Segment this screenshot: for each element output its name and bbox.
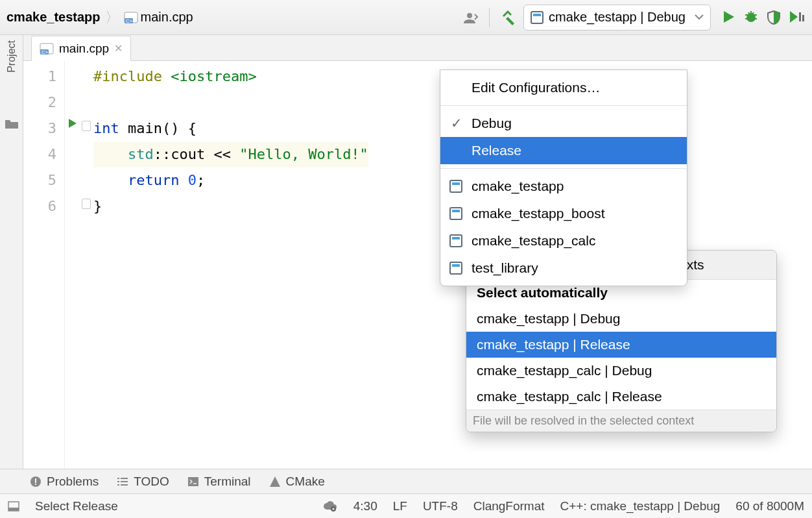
line-number: 5 [23,167,56,193]
svg-point-5 [746,13,756,22]
project-tool-button[interactable]: Project [6,40,18,73]
editor-tab[interactable]: C++ main.cpp ✕ [31,36,131,61]
build-hammer-icon[interactable] [497,6,519,29]
run-config-dropdown: Edit Configurations… ✓DebugRelease cmake… [440,69,687,286]
line-number: 6 [23,193,56,219]
tool-window-toggle-icon[interactable] [8,501,19,512]
cloud-settings-icon[interactable] [322,500,338,512]
svg-rect-3 [531,12,543,23]
svg-rect-4 [533,14,541,16]
resolve-context-item[interactable]: cmake_testapp | Release [466,332,776,358]
code-line[interactable]: #include <iostream> [93,64,368,90]
run-icon[interactable] [721,10,735,25]
left-tool-strip: Project [0,35,23,469]
resolve-context-item[interactable]: cmake_testapp | Debug [466,306,776,332]
editor-tabbar: C++ main.cpp ✕ [23,35,812,61]
gutter-markers [65,61,93,469]
application-icon [449,262,462,275]
svg-rect-22 [8,508,19,511]
chevron-right-icon: 〉 [103,8,121,27]
breadcrumb[interactable]: cmake_testapp 〉 C++ main.cpp [6,8,193,27]
svg-rect-15 [450,262,462,274]
status-linesep[interactable]: LF [393,499,407,513]
status-formatter[interactable]: ClangFormat [473,499,545,513]
status-hint: Select Release [35,499,118,513]
toolwindow-cmake[interactable]: CMake [269,475,325,489]
svg-rect-10 [452,182,460,185]
terminal-icon [187,476,199,487]
fold-end-icon[interactable] [82,199,91,209]
svg-rect-9 [450,180,462,192]
svg-text:C++: C++ [126,18,136,24]
application-icon [531,11,543,24]
toolwindow-terminal[interactable]: Terminal [187,475,251,489]
folder-icon [5,118,19,130]
breadcrumb-project[interactable]: cmake_testapp [6,10,101,25]
cmake-icon [269,476,281,487]
svg-rect-16 [452,264,460,267]
line-number: 4 [23,142,56,167]
line-number: 1 [23,64,56,90]
resolve-context-item[interactable]: cmake_testapp_calc | Debug [466,358,776,384]
resolve-popup-footer: File will be resolved in the selected co… [466,410,776,432]
edit-configurations-item[interactable]: Edit Configurations… [440,74,687,101]
code-line[interactable]: int main() { [93,116,368,142]
svg-rect-18 [35,478,36,483]
toolwindow-todo[interactable]: TODO [117,475,169,489]
close-tab-icon[interactable]: ✕ [114,42,123,55]
toolwindow-problems[interactable]: Problems [30,475,99,489]
main-toolbar: cmake_testapp 〉 C++ main.cpp cmake_testa… [0,0,812,35]
run-config-selector[interactable]: cmake_testapp | Debug [523,5,711,31]
svg-rect-19 [35,484,36,485]
code-content[interactable]: #include <iostream>int main() { std::cou… [93,61,368,469]
application-icon [449,234,462,247]
line-number: 2 [23,90,56,116]
svg-rect-20 [188,477,198,486]
status-memory[interactable]: 60 of 8000M [735,499,804,513]
breadcrumb-file[interactable]: main.cpp [141,10,193,25]
profile-item-debug[interactable]: ✓Debug [440,110,687,137]
profile-item-release[interactable]: Release [440,137,687,164]
svg-rect-14 [452,237,460,240]
application-icon [449,180,462,193]
run-config-label: cmake_testapp | Debug [549,10,686,25]
resolve-context-item[interactable]: cmake_testapp_calc | Release [466,384,776,410]
run-line-marker-icon[interactable] [67,118,78,129]
code-line[interactable]: } [93,193,368,219]
svg-point-24 [332,508,334,510]
chevron-down-icon [695,14,704,21]
target-item[interactable]: cmake_testapp_calc [440,227,687,254]
status-encoding[interactable]: UTF-8 [423,499,458,513]
todo-icon [117,477,128,486]
code-line[interactable]: std::cout << "Hello, World!" [93,142,368,167]
status-bar: Select Release 4:30 LF UTF-8 ClangFormat… [0,493,812,518]
line-number: 3 [23,116,56,142]
target-item[interactable]: cmake_testapp_boost [440,200,687,227]
svg-text:C++: C++ [42,49,51,55]
application-icon [449,207,462,220]
status-caret[interactable]: 4:30 [353,499,377,513]
svg-rect-11 [450,208,462,219]
problems-icon [30,476,42,487]
tab-filename: main.cpp [59,42,109,56]
code-line[interactable] [93,90,368,116]
svg-rect-12 [452,210,460,212]
cpp-file-icon: C++ [124,10,138,25]
profiler-run-icon[interactable] [789,10,806,25]
status-context[interactable]: C++: cmake_testapp | Debug [560,499,721,513]
fold-start-icon[interactable] [82,121,91,131]
target-item[interactable]: test_library [440,254,687,282]
cpp-file-icon: C++ [40,42,54,56]
line-number-gutter: 123456 [23,61,65,469]
code-line[interactable]: return 0; [93,167,368,193]
svg-rect-13 [450,235,462,247]
debug-bug-icon[interactable] [743,10,759,25]
target-item[interactable]: cmake_testapp [440,173,687,200]
collaborators-icon[interactable] [459,6,481,29]
check-icon: ✓ [451,116,462,131]
bottom-toolwindow-bar: ProblemsTODOTerminalCMake [0,469,812,493]
coverage-shield-icon[interactable] [767,10,781,25]
